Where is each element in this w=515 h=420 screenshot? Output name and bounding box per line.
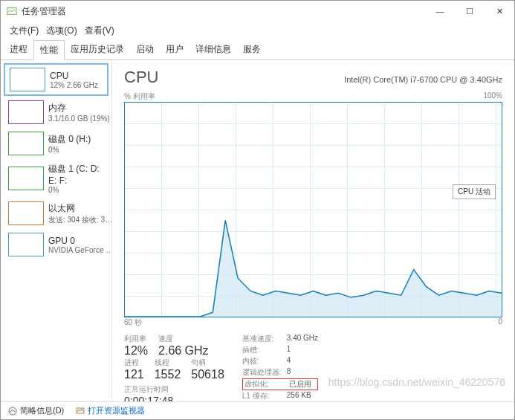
chevron-up-icon [8, 407, 17, 416]
threads-label: 线程 [155, 358, 181, 368]
spec-key: 插槽: [242, 345, 287, 355]
spec-row: 内核:4 [242, 356, 318, 366]
spec-key: 基准速度: [242, 334, 287, 344]
spec-table: 基准速度:3.40 GHz插槽:1内核:4逻辑处理器:8虚拟化:已启用L1 缓存… [242, 334, 318, 401]
tab-0[interactable]: 进程 [4, 40, 33, 59]
chart-xleft: 60 秒 [124, 317, 142, 328]
spec-row: 虚拟化:已启用 [242, 378, 318, 390]
spec-row: 插槽:1 [242, 345, 318, 355]
tab-5[interactable]: 详细信息 [190, 40, 237, 59]
speed-value: 2.66 GHz [158, 344, 209, 358]
spec-val: 4 [287, 356, 291, 366]
spec-val: 256 KB [287, 391, 311, 401]
tab-4[interactable]: 用户 [160, 40, 190, 59]
spec-key: 内核: [242, 356, 287, 366]
open-resource-monitor[interactable]: 打开资源监视器 [76, 405, 145, 416]
stats: 利用率12% 速度2.66 GHz 进程121 线程1552 句柄50618 正… [124, 334, 502, 401]
chart-legend: CPU 活动 [453, 184, 496, 199]
sidebar-item-5[interactable]: GPU 0 NVIDIA GeForce GTX 10% [4, 230, 108, 259]
sidebar-item-name: 磁盘 1 (C: D: E: F: [48, 163, 104, 186]
spec-val: 3.40 GHz [287, 334, 318, 344]
sidebar-item-3[interactable]: 磁盘 1 (C: D: E: F: 0% [4, 160, 108, 197]
speed-label: 速度 [158, 334, 209, 344]
sidebar-item-detail: 3.1/16.0 GB (19%) [48, 114, 110, 123]
page-title: CPU [124, 68, 158, 87]
sidebar-item-0[interactable]: CPU 12% 2.66 GHz [4, 63, 108, 96]
menu-view[interactable]: 查看(V) [82, 23, 117, 39]
sidebar-item-1[interactable]: 内存 3.1/16.0 GB (19%) [4, 97, 108, 127]
sidebar-item-name: GPU 0 [48, 236, 112, 246]
sidebar-thumb [8, 167, 44, 190]
spec-row: 逻辑处理器:8 [242, 367, 318, 378]
proc-label: 进程 [124, 358, 144, 368]
close-button[interactable]: ✕ [485, 1, 514, 22]
spec-val: 1 [287, 345, 291, 355]
statusbar: 简略信息(D) 打开资源监视器 [1, 401, 514, 419]
svg-point-1 [9, 407, 16, 415]
sidebar-item-4[interactable]: 以太网 发送: 304 接收: 32.0 K [4, 198, 108, 228]
monitor-icon [76, 407, 85, 416]
sidebar-thumb [8, 132, 44, 155]
tab-6[interactable]: 服务 [237, 40, 267, 59]
sidebar-item-name: 磁盘 0 (H:) [48, 133, 91, 146]
chart-xright: 0 [498, 317, 502, 328]
maximize-button[interactable]: ☐ [455, 1, 485, 22]
tab-3[interactable]: 启动 [130, 40, 160, 59]
main: CPU 12% 2.66 GHz 内存 3.1/16.0 GB (19%) 磁盘… [1, 60, 514, 401]
sidebar-item-detail: NVIDIA GeForce GTX 10% [48, 246, 112, 254]
spec-row: L1 缓存:256 KB [242, 391, 318, 401]
sidebar-thumb [8, 201, 44, 225]
uptime-label: 正常运行时间 [124, 384, 224, 395]
sidebar-item-name: CPU [50, 71, 98, 81]
handles-label: 句柄 [191, 358, 224, 368]
menu-file[interactable]: 文件(F) [7, 23, 42, 39]
menubar: 文件(F) 选项(O) 查看(V) [1, 22, 514, 40]
sidebar-item-detail: 0% [48, 146, 91, 154]
util-label: 利用率 [124, 334, 148, 344]
chart-ymax: 100% [483, 91, 502, 102]
sidebar-thumb [10, 68, 45, 91]
tab-2[interactable]: 应用历史记录 [65, 40, 130, 59]
cpu-model: Intel(R) Core(TM) i7-6700 CPU @ 3.40GHz [344, 75, 502, 84]
sidebar-item-detail: 12% 2.66 GHz [50, 81, 98, 89]
sidebar-item-name: 以太网 [48, 202, 112, 215]
cpu-chart: CPU 活动 [124, 102, 502, 317]
spec-key: 虚拟化: [244, 379, 289, 390]
titlebar: 任务管理器 — ☐ ✕ [1, 1, 514, 22]
spec-val: 已启用 [289, 379, 311, 390]
tab-1[interactable]: 性能 [33, 40, 65, 60]
window-title: 任务管理器 [22, 5, 425, 18]
menu-options[interactable]: 选项(O) [43, 23, 80, 39]
spec-val: 8 [287, 367, 291, 378]
threads-value: 1552 [155, 368, 181, 381]
proc-value: 121 [124, 368, 144, 381]
sidebar-item-detail: 发送: 304 接收: 32.0 K [48, 215, 112, 225]
uptime-value: 0:00:17:48 [124, 395, 224, 401]
tabs: 进程性能应用历史记录启动用户详细信息服务 [1, 40, 514, 60]
sidebar-item-2[interactable]: 磁盘 0 (H:) 0% [4, 129, 108, 158]
util-value: 12% [124, 344, 148, 358]
chart-ylabel: % 利用率 [124, 91, 155, 102]
sidebar-thumb [8, 100, 44, 124]
brief-info-button[interactable]: 简略信息(D) [8, 405, 64, 416]
content: CPU Intel(R) Core(TM) i7-6700 CPU @ 3.40… [112, 60, 514, 401]
sidebar-item-detail: 0% [48, 186, 104, 194]
minimize-button[interactable]: — [425, 1, 455, 22]
sidebar-item-name: 内存 [48, 102, 110, 114]
handles-value: 50618 [191, 368, 224, 381]
spec-key: 逻辑处理器: [242, 367, 287, 378]
spec-key: L1 缓存: [242, 391, 287, 401]
spec-row: 基准速度:3.40 GHz [242, 334, 318, 344]
app-icon [7, 6, 17, 16]
sidebar: CPU 12% 2.66 GHz 内存 3.1/16.0 GB (19%) 磁盘… [1, 60, 112, 401]
sidebar-thumb [8, 233, 44, 256]
